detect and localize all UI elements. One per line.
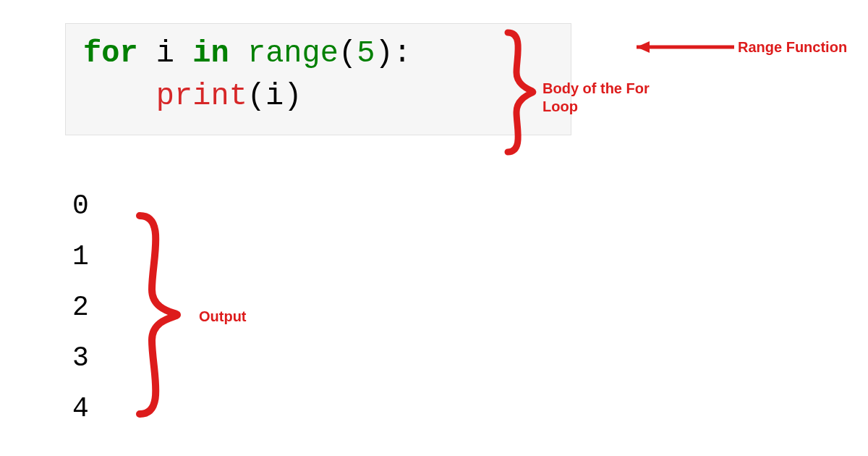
output-block: 0 1 2 3 4 xyxy=(72,181,89,434)
label-range-function: Range Function xyxy=(738,38,847,56)
brace-output-icon xyxy=(127,210,192,420)
code-cell: for i in range(5): print(i) xyxy=(65,23,571,135)
svg-marker-1 xyxy=(637,41,650,53)
output-line: 0 xyxy=(72,181,89,232)
indent xyxy=(83,79,156,114)
label-output: Output xyxy=(199,308,247,326)
output-line: 1 xyxy=(72,232,89,282)
keyword-in: in xyxy=(192,36,229,71)
label-body-of-loop: Body of the For Loop xyxy=(542,80,658,116)
code-line-1: for i in range(5): xyxy=(83,33,558,75)
code-line-2: print(i) xyxy=(83,75,558,118)
output-line: 2 xyxy=(72,282,89,333)
output-line: 3 xyxy=(72,333,89,384)
output-line: 4 xyxy=(72,384,89,434)
print-arg: i xyxy=(265,79,284,114)
colon: : xyxy=(393,36,412,71)
paren-open-1: ( xyxy=(339,36,357,71)
function-print: print xyxy=(156,79,247,114)
function-range: range xyxy=(247,36,339,71)
literal-5: 5 xyxy=(357,36,375,71)
paren-close-2: ) xyxy=(284,79,302,114)
variable-i: i xyxy=(156,36,174,71)
paren-open-2: ( xyxy=(247,79,265,114)
arrow-range-icon xyxy=(622,36,738,58)
paren-close-1: ) xyxy=(375,36,393,71)
keyword-for: for xyxy=(83,36,138,71)
